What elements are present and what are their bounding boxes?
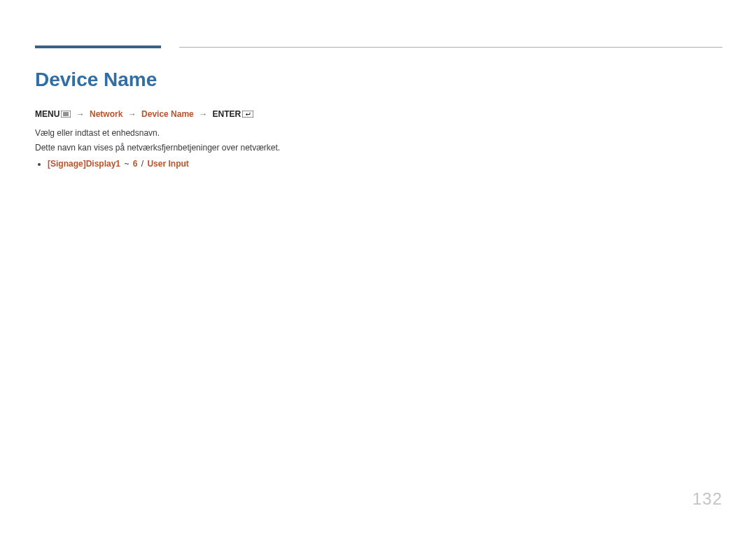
arrow-icon: → bbox=[74, 108, 88, 121]
device-name-label: Device Name bbox=[141, 109, 194, 119]
enter-label: ENTER bbox=[212, 109, 241, 119]
option-bullet: [Signage]Display1 ~ 6 / User Input bbox=[35, 159, 722, 169]
option-slash: / bbox=[140, 159, 145, 169]
accent-bar bbox=[35, 45, 161, 48]
network-label: Network bbox=[90, 109, 122, 119]
arrow-icon: → bbox=[196, 108, 210, 121]
option-part1: [Signage]Display1 bbox=[48, 159, 120, 169]
enter-icon bbox=[242, 108, 253, 122]
option-part3: User Input bbox=[147, 159, 188, 169]
body-line-2: Dette navn kan vises på netværksfjernbet… bbox=[35, 141, 722, 155]
horizontal-rule bbox=[179, 47, 722, 48]
option-part2: 6 bbox=[133, 159, 138, 169]
bullet-dot-icon bbox=[38, 163, 41, 166]
arrow-icon: → bbox=[125, 108, 139, 121]
body-line-1: Vælg eller indtast et enhedsnavn. bbox=[35, 126, 722, 140]
page-number: 132 bbox=[692, 489, 722, 509]
menu-icon bbox=[61, 108, 71, 122]
menu-label: MENU bbox=[35, 109, 59, 119]
page-content: Device Name MENU → Network → Device Name… bbox=[35, 67, 722, 169]
page-top-rule bbox=[35, 43, 722, 49]
navigation-path: MENU → Network → Device Name → ENTER bbox=[35, 108, 722, 122]
section-heading: Device Name bbox=[35, 69, 722, 91]
option-tilde: ~ bbox=[122, 159, 130, 169]
